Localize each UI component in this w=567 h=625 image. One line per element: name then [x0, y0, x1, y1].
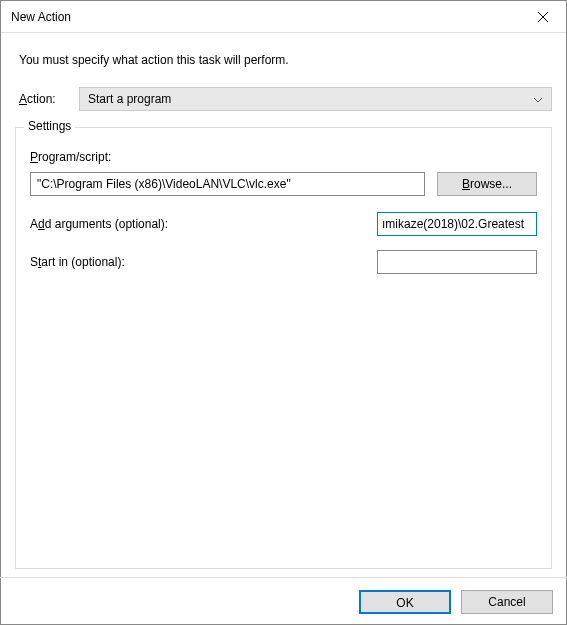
settings-legend: Settings [24, 119, 75, 133]
settings-group: Settings Program/script: "C:\Program Fil… [15, 127, 552, 569]
arguments-input[interactable]: ımikaze(2018)\02.Greatest [377, 212, 537, 236]
action-row: Action: Start a program [15, 87, 552, 111]
window-title: New Action [11, 10, 520, 24]
arguments-row: Add arguments (optional): ımikaze(2018)\… [30, 212, 537, 236]
startin-row: Start in (optional): [30, 250, 537, 274]
arguments-label: Add arguments (optional): [30, 217, 377, 231]
arguments-input-value: ımikaze(2018)\02.Greatest [382, 217, 524, 231]
startin-input[interactable] [377, 250, 537, 274]
cancel-button[interactable]: Cancel [461, 590, 553, 614]
startin-label: Start in (optional): [30, 255, 377, 269]
program-input[interactable]: "C:\Program Files (x86)\VideoLAN\VLC\vlc… [30, 172, 425, 196]
program-row: "C:\Program Files (x86)\VideoLAN\VLC\vlc… [30, 172, 537, 196]
action-label: Action: [19, 92, 79, 106]
program-input-value: "C:\Program Files (x86)\VideoLAN\VLC\vlc… [37, 177, 291, 191]
action-selected-value: Start a program [88, 92, 171, 106]
browse-button[interactable]: Browse... [437, 172, 537, 196]
instruction-text: You must specify what action this task w… [15, 53, 552, 67]
action-dropdown[interactable]: Start a program [79, 87, 552, 111]
button-bar: OK Cancel [0, 577, 567, 625]
chevron-down-icon [533, 92, 543, 106]
program-label: Program/script: [30, 150, 537, 164]
close-icon [538, 12, 548, 22]
title-bar: New Action [1, 1, 566, 33]
ok-button[interactable]: OK [359, 590, 451, 614]
dialog-content: You must specify what action this task w… [1, 33, 566, 569]
close-button[interactable] [520, 1, 566, 33]
